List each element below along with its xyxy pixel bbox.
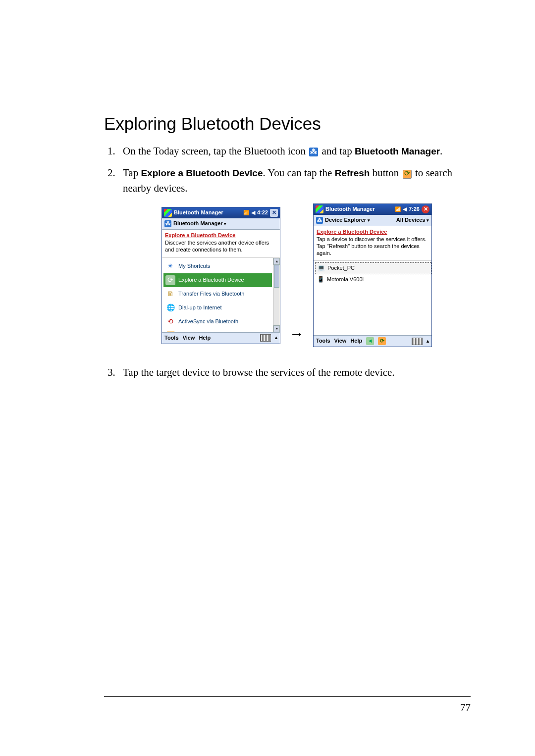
menu-help[interactable]: Help bbox=[350, 337, 362, 345]
list-item-label: Transfer Files via Bluetooth bbox=[178, 290, 244, 298]
close-button[interactable]: ✕ bbox=[422, 205, 429, 213]
titlebar-right: Bluetooth Manager 📶 ◀ 7:26 ✕ bbox=[314, 204, 431, 215]
list-item-label: Intercom via Bluetooth bbox=[178, 332, 232, 332]
explore-icon: ⟳ bbox=[165, 275, 175, 285]
subbar-right: ⁂ Device Explorer All Devices bbox=[314, 215, 431, 226]
keyboard-icon[interactable] bbox=[412, 338, 423, 345]
hint-body: Discover the services another device off… bbox=[165, 240, 277, 253]
list-item-my-shortcuts[interactable]: ✴ My Shortcuts bbox=[163, 259, 272, 273]
refresh-button[interactable]: ⟳ bbox=[378, 337, 386, 345]
step-1-text-a: On the Today screen, tap the Bluetooth i… bbox=[123, 145, 308, 157]
scroll-track[interactable] bbox=[273, 265, 280, 325]
scroll-thumb[interactable] bbox=[274, 265, 279, 288]
screenshot-right: Bluetooth Manager 📶 ◀ 7:26 ✕ ⁂ Device Ex… bbox=[313, 203, 432, 347]
refresh-icon: ⟳ bbox=[403, 170, 412, 179]
device-label: Motorola V600i bbox=[327, 276, 364, 284]
menu-tools[interactable]: Tools bbox=[316, 337, 330, 345]
titlebar-left: Bluetooth Manager 📶 ◀ 4:22 ✕ bbox=[162, 207, 280, 218]
keyboard-icon[interactable] bbox=[260, 334, 271, 342]
list-item-transfer-files[interactable]: 🗎 Transfer Files via Bluetooth bbox=[163, 287, 272, 301]
clock: 4:22 bbox=[257, 209, 268, 217]
close-button[interactable]: ✕ bbox=[270, 209, 278, 217]
bluetooth-mini-icon: ⁂ bbox=[316, 217, 323, 224]
list-item-label: Explore a Bluetooth Device bbox=[178, 276, 244, 284]
list-item-dialup[interactable]: 🌐 Dial-up to Internet bbox=[163, 301, 272, 315]
computer-icon: 💻 bbox=[318, 264, 324, 272]
menu-view[interactable]: View bbox=[334, 337, 347, 345]
list-item-activesync[interactable]: ⟲ ActiveSync via Bluetooth bbox=[163, 315, 272, 329]
window-title: Bluetooth Manager bbox=[174, 209, 223, 217]
device-item-motorola[interactable]: 📱 Motorola V600i bbox=[315, 274, 431, 285]
step-2-bold-1: Explore a Bluetooth Device bbox=[141, 168, 263, 178]
step-1-text-b: and tap bbox=[322, 145, 355, 157]
step-2-text-b: . You can tap the bbox=[263, 167, 334, 179]
phone-icon: 📱 bbox=[317, 275, 324, 284]
menu-tools[interactable]: Tools bbox=[164, 334, 179, 342]
sip-up-icon[interactable]: ▴ bbox=[427, 338, 429, 345]
toolbar-right: Tools View Help ◄ ⟳ ▴ bbox=[314, 335, 431, 347]
bluetooth-manager-dropdown[interactable]: Bluetooth Manager bbox=[173, 220, 226, 228]
step-1-text-c: . bbox=[440, 145, 442, 157]
step-1-bold: Bluetooth Manager bbox=[355, 146, 440, 156]
step-2-text-c: button bbox=[370, 167, 401, 179]
clock: 7:26 bbox=[409, 205, 420, 213]
arrow-icon: → bbox=[289, 323, 304, 345]
action-list: ✴ My Shortcuts ⟳ Explore a Bluetooth Dev… bbox=[162, 258, 280, 332]
step-1: On the Today screen, tap the Bluetooth i… bbox=[118, 144, 471, 158]
device-explorer-dropdown[interactable]: Device Explorer bbox=[325, 216, 370, 224]
footer-rule bbox=[104, 696, 471, 697]
subbar-left: ⁂ Bluetooth Manager bbox=[162, 218, 280, 230]
hint-body: Tap a device to discover the services it… bbox=[317, 236, 428, 256]
list-item-label: ActiveSync via Bluetooth bbox=[178, 318, 238, 326]
list-item-label: My Shortcuts bbox=[178, 262, 210, 270]
files-icon: 🗎 bbox=[165, 289, 175, 299]
scroll-down-button[interactable]: ▾ bbox=[273, 325, 280, 332]
hint-title: Explore a Bluetooth Device bbox=[165, 232, 277, 240]
hint-right: Explore a Bluetooth Device Tap a device … bbox=[314, 226, 431, 261]
menu-view[interactable]: View bbox=[183, 334, 195, 342]
hint-title: Explore a Bluetooth Device bbox=[317, 228, 428, 236]
step-2-bold-2: Refresh bbox=[335, 168, 370, 178]
speaker-icon: ◀ bbox=[251, 209, 255, 217]
page-number: 77 bbox=[460, 702, 471, 714]
bluetooth-mini-icon: ⁂ bbox=[164, 220, 171, 227]
sync-icon: ⟲ bbox=[165, 317, 175, 327]
signal-icon: 📶 bbox=[395, 206, 401, 213]
list-item-explore[interactable]: ⟳ Explore a Bluetooth Device bbox=[163, 273, 272, 287]
sip-up-icon[interactable]: ▴ bbox=[275, 334, 277, 342]
signal-icon: 📶 bbox=[243, 209, 249, 217]
step-3: Tap the target device to browse the serv… bbox=[118, 365, 471, 380]
window-title: Bluetooth Manager bbox=[325, 205, 375, 213]
menu-help[interactable]: Help bbox=[199, 334, 211, 342]
start-icon[interactable] bbox=[316, 205, 323, 213]
screenshot-row: Bluetooth Manager 📶 ◀ 4:22 ✕ ⁂ Bluetooth… bbox=[123, 203, 471, 347]
step-2: Tap Explore a Bluetooth Device. You can … bbox=[118, 165, 471, 347]
dialup-icon: 🌐 bbox=[165, 303, 175, 313]
list-item-label: Dial-up to Internet bbox=[178, 304, 221, 312]
toolbar-left: Tools View Help ▴ bbox=[162, 332, 280, 344]
device-list: 💻 Pocket_PC 📱 Motorola V600i bbox=[314, 261, 431, 335]
scroll-up-button[interactable]: ▴ bbox=[273, 258, 280, 265]
all-devices-dropdown[interactable]: All Devices bbox=[396, 216, 429, 224]
steps-list: On the Today screen, tap the Bluetooth i… bbox=[104, 144, 471, 380]
list-item-intercom[interactable]: 📶 Intercom via Bluetooth bbox=[163, 329, 272, 332]
hint-left: Explore a Bluetooth Device Discover the … bbox=[162, 230, 280, 257]
bluetooth-icon: ⁂ bbox=[309, 148, 318, 156]
page-heading: Exploring Bluetooth Devices bbox=[104, 114, 471, 134]
device-item-pocket-pc[interactable]: 💻 Pocket_PC bbox=[315, 262, 431, 274]
intercom-icon: 📶 bbox=[165, 331, 175, 332]
step-2-text-a: Tap bbox=[123, 167, 141, 179]
screenshot-left: Bluetooth Manager 📶 ◀ 4:22 ✕ ⁂ Bluetooth… bbox=[161, 207, 280, 344]
shortcuts-icon: ✴ bbox=[165, 261, 175, 271]
device-label: Pocket_PC bbox=[327, 264, 355, 272]
speaker-icon: ◀ bbox=[403, 205, 407, 213]
step-3-text: Tap the target device to browse the serv… bbox=[123, 366, 395, 378]
back-button[interactable]: ◄ bbox=[366, 337, 374, 345]
scrollbar[interactable]: ▴ ▾ bbox=[273, 258, 280, 332]
start-icon[interactable] bbox=[164, 209, 172, 217]
